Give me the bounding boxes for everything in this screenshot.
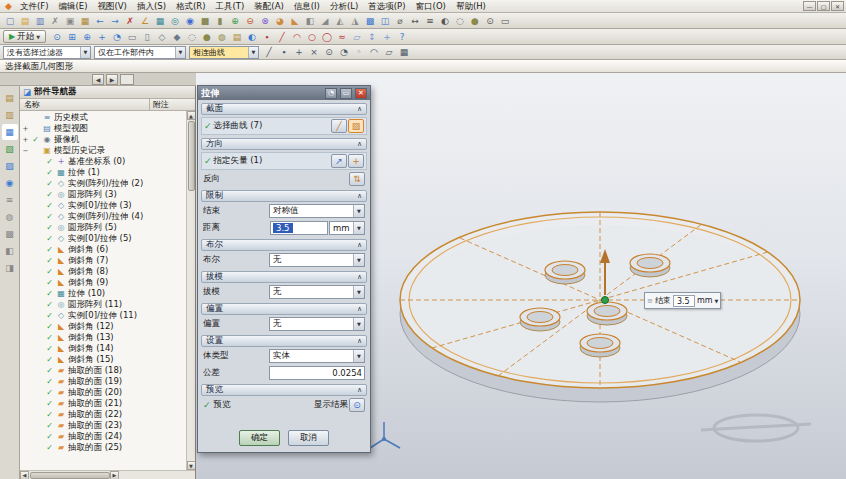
dialog-close-icon[interactable]: ✕ xyxy=(355,88,367,99)
checkbox-icon[interactable]: ✓ xyxy=(45,168,54,177)
checkbox-icon[interactable]: ✓ xyxy=(45,410,54,419)
expander-icon[interactable]: + xyxy=(22,125,29,133)
tree-row[interactable]: ✓ ◣ 倒斜角 (6) xyxy=(20,244,186,255)
fit-window-icon[interactable]: ⊞ xyxy=(65,30,79,43)
tolerance-input[interactable]: 0.0254 xyxy=(269,366,365,380)
show-hide-icon[interactable]: ◐ xyxy=(245,30,259,43)
expression-icon[interactable]: ≡ xyxy=(423,14,437,27)
tree-row[interactable]: ✓ ▰ 抽取的面 (24) xyxy=(20,431,186,442)
reuse-library-icon[interactable]: ▧ xyxy=(2,141,18,157)
scroll-right-icon[interactable]: ▶ xyxy=(110,471,119,479)
system-materials-icon[interactable]: ◍ xyxy=(2,209,18,225)
snap-grid-icon[interactable]: ▦ xyxy=(397,46,411,59)
scrollbar-thumb[interactable] xyxy=(30,472,110,479)
checkbox-icon[interactable]: ✓ xyxy=(45,322,54,331)
tab-scroll-right-icon[interactable]: ▶ xyxy=(106,74,118,85)
menu-item[interactable]: 帮助(H) xyxy=(451,0,491,12)
checkbox-icon[interactable]: ✓ xyxy=(45,234,54,243)
edge-blend-icon[interactable]: ◕ xyxy=(273,14,287,27)
scroll-up-icon[interactable]: ▲ xyxy=(187,111,196,120)
tree-row[interactable]: ✓ ◣ 倒斜角 (7) xyxy=(20,255,186,266)
hole-icon[interactable]: ◉ xyxy=(183,14,197,27)
checkbox-icon[interactable]: ✓ xyxy=(45,443,54,452)
datum-csys-icon[interactable]: + xyxy=(380,30,394,43)
delete-icon[interactable]: ✗ xyxy=(123,14,137,27)
horizontal-scrollbar[interactable]: ◀ ▶ xyxy=(20,470,195,479)
checkbox-icon[interactable]: ✓ xyxy=(45,377,54,386)
offset-group-header[interactable]: 偏置 ∧ xyxy=(201,303,367,315)
tree-row[interactable]: ✓ ▰ 抽取的面 (19) xyxy=(20,376,186,387)
checkbox-icon[interactable]: ✓ xyxy=(45,399,54,408)
checkbox-icon[interactable]: ✓ xyxy=(45,212,54,221)
tree-row[interactable]: ✓ ▦ 拉伸 (1) xyxy=(20,167,186,178)
tree-row[interactable]: ✓ ▰ 抽取的面 (22) xyxy=(20,409,186,420)
expander-icon[interactable]: − xyxy=(22,147,29,155)
help-icon[interactable]: ? xyxy=(395,30,409,43)
maximize-icon[interactable]: ▢ xyxy=(817,1,830,11)
snap-existing-point-icon[interactable]: ◦ xyxy=(352,46,366,59)
unite-icon[interactable]: ⊕ xyxy=(228,14,242,27)
tree-row[interactable]: ✓ ▰ 抽取的面 (21) xyxy=(20,398,186,409)
system-scene-icon[interactable]: ◨ xyxy=(2,260,18,276)
pattern-feature-icon[interactable]: ▩ xyxy=(363,14,377,27)
copy-icon[interactable]: ▣ xyxy=(63,14,77,27)
snap-control-point-icon[interactable]: + xyxy=(292,46,306,59)
arc-icon[interactable]: ◠ xyxy=(290,30,304,43)
distance-input[interactable]: 3.5 xyxy=(270,221,328,235)
isometric-view-icon[interactable]: ◇ xyxy=(155,30,169,43)
point-icon[interactable]: ∙ xyxy=(260,30,274,43)
tree-row[interactable]: ✓ ◎ 圆形阵列 (5) xyxy=(20,222,186,233)
sketch-icon[interactable]: ∠ xyxy=(138,14,152,27)
menu-item[interactable]: 首选项(P) xyxy=(363,0,410,12)
cut-icon[interactable]: ✗ xyxy=(48,14,62,27)
snap-mid-point-icon[interactable]: ∙ xyxy=(277,46,291,59)
hd3d-tools-icon[interactable]: ▨ xyxy=(2,158,18,174)
datum-axis-icon[interactable]: ↕ xyxy=(365,30,379,43)
checkbox-icon[interactable]: ✓ xyxy=(45,190,54,199)
checkbox-icon[interactable]: ✓ xyxy=(45,267,54,276)
checkbox-icon[interactable]: ✓ xyxy=(45,388,54,397)
checkbox-icon[interactable]: ✓ xyxy=(45,344,54,353)
scroll-down-icon[interactable]: ▼ xyxy=(187,461,196,470)
end-combo[interactable]: 对称值 ▼ xyxy=(269,204,365,218)
point-constructor-button[interactable]: + xyxy=(348,154,364,168)
tree-row[interactable]: ✓ ◎ 圆形阵列 (11) xyxy=(20,299,186,310)
refresh-icon[interactable]: ⊙ xyxy=(50,30,64,43)
draft-icon[interactable]: ◢ xyxy=(318,14,332,27)
curve-rule-combo[interactable]: 相连曲线▼ xyxy=(189,46,259,59)
draft-combo[interactable]: 无 ▼ xyxy=(269,285,365,299)
checkbox-icon[interactable]: ✓ xyxy=(45,300,54,309)
checkbox-icon[interactable]: ✓ xyxy=(45,256,54,265)
part-navigator-icon[interactable]: ▦ xyxy=(2,124,18,140)
save-icon[interactable]: ▥ xyxy=(33,14,47,27)
pan-icon[interactable]: + xyxy=(95,30,109,43)
start-button[interactable]: ▶ 开始 ▼ xyxy=(3,30,46,43)
mirror-feature-icon[interactable]: ◫ xyxy=(378,14,392,27)
revolve-icon[interactable]: ◎ xyxy=(168,14,182,27)
checkbox-icon[interactable]: ✓ xyxy=(45,223,54,232)
tree-row[interactable]: ✓ ◇ 实例[0]/拉伸 (5) xyxy=(20,233,186,244)
sketch-section-button[interactable]: ▨ xyxy=(348,119,364,133)
tree-row[interactable]: ✓ ◣ 倒斜角 (12) xyxy=(20,321,186,332)
snap-point-on-face-icon[interactable]: ▱ xyxy=(382,46,396,59)
minimize-icon[interactable]: — xyxy=(803,1,816,11)
checkbox-icon[interactable]: ✓ xyxy=(45,432,54,441)
vector-dialog-button[interactable]: ↗ xyxy=(331,154,347,168)
tree-row[interactable]: − ▣ 模型历史记录 xyxy=(20,145,186,156)
menu-item[interactable]: 编辑(E) xyxy=(53,0,92,12)
move-object-icon[interactable]: ↔ xyxy=(408,14,422,27)
front-view-icon[interactable]: ▭ xyxy=(125,30,139,43)
offset-combo[interactable]: 无 ▼ xyxy=(269,317,365,331)
layer-settings-icon[interactable]: ▤ xyxy=(230,30,244,43)
menu-item[interactable]: 格式(R) xyxy=(171,0,211,12)
ellipse-icon[interactable]: ◯ xyxy=(320,30,334,43)
draft-group-header[interactable]: 拔模 ∧ xyxy=(201,271,367,283)
tree-row[interactable]: ✓ ▰ 抽取的面 (18) xyxy=(20,365,186,376)
menu-item[interactable]: 窗口(O) xyxy=(411,0,451,12)
split-body-icon[interactable]: ◮ xyxy=(348,14,362,27)
undo-icon[interactable]: ← xyxy=(93,14,107,27)
snap-intersection-icon[interactable]: × xyxy=(307,46,321,59)
subtract-icon[interactable]: ⊖ xyxy=(243,14,257,27)
tree-row[interactable]: ✓ ◇ 实例[0]/拉伸 (11) xyxy=(20,310,186,321)
chamfer-icon[interactable]: ◣ xyxy=(288,14,302,27)
